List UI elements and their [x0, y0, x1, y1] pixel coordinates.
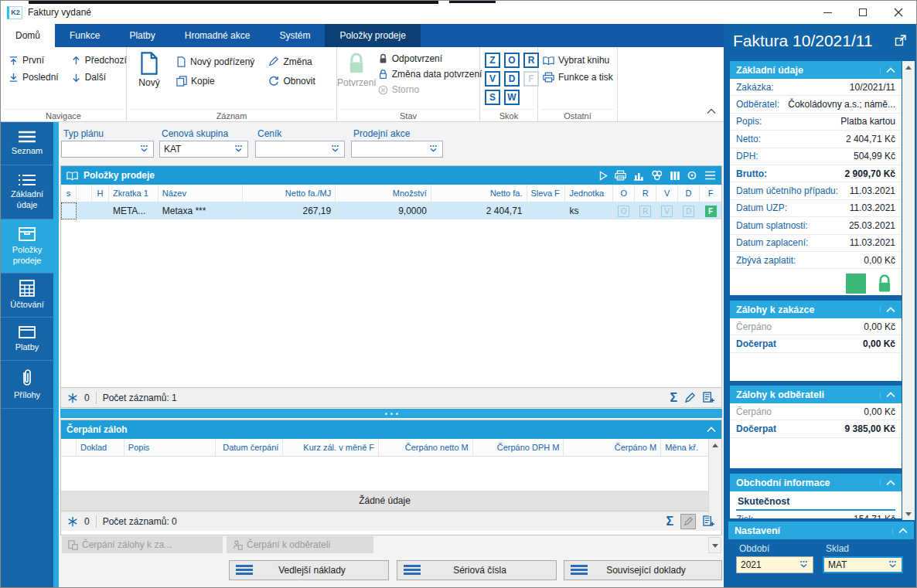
- jump-s-button[interactable]: S: [485, 90, 500, 105]
- last-button[interactable]: Poslední: [9, 72, 59, 83]
- tab-domu[interactable]: Domů: [1, 24, 55, 47]
- tab-polozky-prodeje[interactable]: Položky prodeje: [325, 24, 420, 47]
- col-header-v[interactable]: V: [656, 185, 678, 202]
- sidebar-item-seznam[interactable]: Seznam: [1, 122, 53, 165]
- sidebar-item-polozky-prodeje[interactable]: Položky prodeje: [1, 219, 53, 274]
- col-header-doklad[interactable]: Doklad: [77, 439, 124, 456]
- chart-icon[interactable]: [633, 171, 644, 181]
- col-header-h[interactable]: H: [92, 185, 109, 202]
- next-button[interactable]: Další: [71, 72, 127, 83]
- col-header-netto-mj[interactable]: Netto fa./MJ: [243, 185, 336, 202]
- pane-splitter[interactable]: [60, 409, 722, 418]
- collapse-button[interactable]: [880, 480, 895, 486]
- tab-funkce[interactable]: Funkce: [55, 24, 114, 47]
- tab-platby[interactable]: Platby: [114, 24, 169, 47]
- scroll-down-icon[interactable]: [902, 508, 915, 520]
- souvisejici-doklady-button[interactable]: Související doklady: [564, 560, 722, 580]
- scroll-up-icon[interactable]: [709, 439, 721, 451]
- col-header-cerpano-m[interactable]: Čerpáno M: [564, 439, 661, 456]
- col-header-sel[interactable]: [77, 185, 92, 202]
- col-header-mena[interactable]: Měna kř.: [661, 439, 708, 456]
- functions-print-button[interactable]: Funkce a tisk: [543, 72, 617, 83]
- edit-icon[interactable]: [684, 393, 696, 403]
- typ-planu-combo[interactable]: [61, 141, 154, 158]
- col-header-kurz[interactable]: Kurz zál. v měně F: [283, 439, 379, 456]
- col-header-jednotka[interactable]: Jednotka: [565, 185, 613, 202]
- scroll-up-icon[interactable]: [902, 61, 915, 73]
- sidebar-item-platby[interactable]: Platby: [1, 318, 53, 361]
- previous-button[interactable]: Předchozí: [71, 55, 127, 66]
- col-header-zkratka[interactable]: Zkratka 1: [109, 185, 159, 202]
- sidebar-item-zakladni-udaje[interactable]: Základní údaje: [1, 165, 53, 219]
- jump-r-button[interactable]: R: [523, 53, 539, 68]
- print-icon[interactable]: [615, 170, 626, 181]
- col-header-d[interactable]: D: [678, 185, 700, 202]
- jump-d-button[interactable]: D: [504, 71, 520, 87]
- new-button[interactable]: Nový: [127, 47, 172, 88]
- row-select-cell[interactable]: [61, 202, 77, 219]
- columns-icon[interactable]: [670, 171, 680, 181]
- collapse-button[interactable]: [880, 307, 895, 313]
- first-button[interactable]: První: [9, 55, 59, 66]
- refresh-button[interactable]: Obnovit: [268, 75, 315, 89]
- close-button[interactable]: [881, 1, 916, 24]
- jump-v-button[interactable]: V: [485, 71, 500, 87]
- freeze-icon[interactable]: [67, 516, 78, 527]
- col-header-datum[interactable]: Datum čerpání: [216, 439, 284, 456]
- menu-icon[interactable]: [704, 171, 716, 180]
- maximize-button[interactable]: [845, 1, 881, 24]
- obdobi-combo[interactable]: 2021: [736, 556, 813, 573]
- col-header-cerpano-netto[interactable]: Čerpáno netto M: [379, 439, 473, 456]
- col-header-nazev[interactable]: Název: [159, 185, 244, 202]
- jump-w-button[interactable]: W: [504, 90, 520, 105]
- panel-vertical-scrollbar[interactable]: [902, 61, 915, 520]
- cerpani-zalohy-k-zakazce-button[interactable]: Čerpání zálohy k za...: [62, 536, 223, 553]
- jump-o-button[interactable]: O: [504, 53, 520, 68]
- vedlejsi-naklady-button[interactable]: Vedlejší náklady: [229, 560, 389, 580]
- col-header-popis[interactable]: Popis: [124, 439, 216, 456]
- minimize-button[interactable]: [810, 1, 845, 24]
- confirm-button[interactable]: Potvrzení: [337, 47, 377, 95]
- sum-icon[interactable]: [666, 515, 673, 529]
- unconfirm-button[interactable]: Odpotvrzení: [378, 53, 482, 64]
- col-header-f[interactable]: F: [700, 185, 721, 202]
- scroll-down-button[interactable]: [708, 537, 721, 553]
- jump-z-button[interactable]: Z: [485, 53, 500, 68]
- cerpani-vertical-scrollbar[interactable]: [708, 439, 721, 516]
- select-book-button[interactable]: Vybrat knihu: [543, 55, 617, 66]
- change-confirm-date-button[interactable]: Změna data potvrzení: [378, 69, 482, 80]
- seriova-cisla-button[interactable]: Sériová čísla: [397, 560, 557, 580]
- collapse-button[interactable]: [880, 392, 895, 398]
- storno-button[interactable]: Storno: [378, 84, 482, 95]
- gears-icon[interactable]: [651, 170, 663, 181]
- sum-icon[interactable]: [670, 391, 677, 405]
- sidebar-item-prilohy[interactable]: Přílohy: [1, 361, 53, 409]
- col-header-sleva[interactable]: Sleva F: [527, 185, 566, 202]
- sidebar-item-uctovani[interactable]: Účtování: [1, 274, 53, 318]
- tab-system[interactable]: Systém: [264, 24, 325, 47]
- col-header-o[interactable]: O: [613, 185, 635, 202]
- sklad-combo[interactable]: MAT: [823, 556, 903, 573]
- col-header-s[interactable]: s: [61, 185, 77, 202]
- cenova-skupina-combo[interactable]: KAT: [159, 141, 248, 158]
- prodejni-akce-combo[interactable]: [351, 141, 443, 158]
- col-header-cerpano-dph[interactable]: Čerpáno DPH M: [473, 439, 564, 456]
- collapse-button[interactable]: [892, 528, 908, 534]
- collapse-button[interactable]: [880, 67, 895, 73]
- collapse-chevron-icon[interactable]: [707, 427, 716, 433]
- add-document-icon[interactable]: [703, 392, 715, 403]
- col-header-netto[interactable]: Netto fa.: [431, 185, 527, 202]
- table-row[interactable]: META... Metaxa *** 267,19 9,0000 2 404,7…: [61, 202, 721, 219]
- cenik-combo[interactable]: [255, 141, 345, 158]
- copy-button[interactable]: Kopie: [176, 75, 254, 89]
- new-child-button[interactable]: Nový podřízený: [176, 55, 254, 69]
- ribbon-collapse-button[interactable]: [707, 106, 716, 117]
- tab-hromadne-akce[interactable]: Hromadné akce: [170, 24, 265, 47]
- cerpani-k-odberateli-button[interactable]: Čerpání k odběrateli: [227, 536, 373, 553]
- play-icon[interactable]: [599, 171, 608, 181]
- col-header-r[interactable]: R: [635, 185, 656, 202]
- add-document-icon[interactable]: [703, 515, 715, 527]
- settings-gear-icon[interactable]: [687, 170, 697, 181]
- edit-disabled-button[interactable]: [680, 514, 696, 529]
- popout-button[interactable]: [895, 34, 907, 49]
